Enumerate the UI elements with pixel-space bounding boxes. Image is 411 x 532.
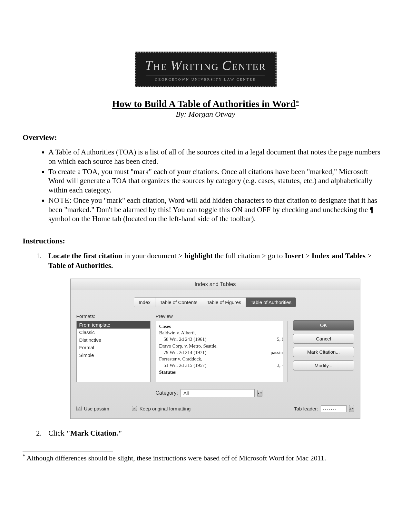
- step-1: Locate the first citation in your docume…: [44, 251, 382, 419]
- category-value: All: [183, 390, 189, 397]
- logo-container: THE WRITING CENTER GEORGETOWN UNIVERSITY…: [23, 52, 388, 87]
- preview-box: Cases Baldwin v. Alberti, 58 Wn. 2d 243 …: [156, 321, 288, 382]
- document-title: How to Build A Table of Authorities in W…: [112, 98, 296, 109]
- step-text: the full citation > go to: [213, 252, 285, 260]
- step-text: "Mark Citation.": [66, 429, 122, 437]
- cancel-button[interactable]: Cancel: [293, 334, 354, 344]
- step-text: highlight: [184, 252, 213, 260]
- tab-table-of-figures[interactable]: Table of Figures: [202, 297, 246, 308]
- formats-option[interactable]: Classic: [77, 329, 150, 336]
- tab-index[interactable]: Index: [134, 297, 155, 308]
- tab-leader-stepper[interactable]: ▲▼: [349, 405, 354, 412]
- formats-option[interactable]: From template: [77, 321, 150, 329]
- writing-center-logo: THE WRITING CENTER GEORGETOWN UNIVERSITY…: [135, 52, 277, 87]
- preview-column: Preview Cases Baldwin v. Alberti, 58 Wn.…: [156, 313, 288, 382]
- footnote-marker: *: [23, 453, 25, 459]
- footnote-text: Although differences should be slight, t…: [25, 454, 326, 462]
- list-item: To create a TOA, you must "mark" each of…: [48, 167, 382, 195]
- title-block: How to Build A Table of Authorities in W…: [23, 98, 388, 119]
- note-lead: NOTE: [48, 196, 69, 204]
- category-select[interactable]: All: [181, 389, 255, 398]
- footnote-rule: [23, 451, 113, 451]
- modify-button[interactable]: Modify...: [293, 360, 354, 371]
- use-passim-checkbox[interactable]: ✓: [76, 406, 82, 411]
- instructions-heading: Instructions:: [23, 237, 388, 245]
- preview-group: Statutes: [159, 369, 284, 375]
- title-footnote-marker: *: [296, 99, 299, 106]
- formats-listbox[interactable]: From template Classic Distinctive Formal…: [76, 321, 151, 382]
- keep-formatting-checkbox[interactable]: ✓: [132, 406, 137, 411]
- preview-label: Preview: [156, 313, 288, 320]
- category-row: Category: All ▲▼: [156, 389, 354, 398]
- ok-button[interactable]: OK: [293, 320, 354, 330]
- dialog-lower: Category: All ▲▼: [71, 387, 360, 400]
- step-text: Insert: [285, 252, 304, 260]
- preview-group: Cases: [159, 323, 284, 330]
- logo-main-text: THE WRITING CENTER: [145, 58, 266, 73]
- mark-citation-button[interactable]: Mark Citation...: [293, 347, 354, 357]
- step-text: >: [304, 252, 311, 260]
- dialog-body: Formats: From template Classic Distincti…: [71, 310, 360, 387]
- tab-table-of-contents[interactable]: Table of Contents: [155, 297, 202, 308]
- overview-heading: Overview:: [23, 133, 388, 142]
- step-text: Click: [48, 429, 66, 437]
- formats-option[interactable]: Formal: [77, 344, 150, 351]
- tab-leader-label: Tab leader:: [294, 406, 318, 412]
- byline: By: Morgan Otway: [23, 110, 388, 119]
- step-text: Locate the first citation: [48, 252, 122, 260]
- formats-option[interactable]: Simple: [77, 351, 150, 359]
- category-stepper[interactable]: ▲▼: [257, 390, 262, 397]
- list-item: NOTE: Once you "mark" each citation, Wor…: [48, 196, 382, 224]
- tab-leader-group: Tab leader: ....... ▲▼: [294, 405, 354, 412]
- preview-case: Dravo Corp. v. Metro. Seattle,: [159, 343, 284, 349]
- preview-citation: 51 Wn. 2d 315 (1957)3, 4: [159, 362, 284, 369]
- keep-formatting-label: Keep original formatting: [140, 406, 191, 412]
- use-passim-label: Use passim: [84, 406, 109, 412]
- note-body: : Once you "mark" each citation, Word wi…: [48, 196, 377, 223]
- step-text: >: [366, 252, 372, 260]
- step-2: Click "Mark Citation.": [44, 429, 382, 438]
- list-item: A Table of Authorities (TOA) is a list o…: [48, 148, 382, 166]
- options-row: ✓ Use passim ✓ Keep original formatting …: [71, 400, 360, 419]
- step-text: in your document >: [122, 252, 184, 260]
- step-text: Index and Tables: [311, 252, 365, 260]
- dialog-tabs: Index Table of Contents Table of Figures…: [71, 290, 360, 311]
- use-passim-group: ✓ Use passim: [76, 406, 109, 412]
- overview-list: A Table of Authorities (TOA) is a list o…: [48, 148, 382, 224]
- preview-case: Forrester v. Craddock,: [159, 356, 284, 362]
- instructions-list: Locate the first citation in your docume…: [44, 251, 382, 438]
- formats-column: Formats: From template Classic Distincti…: [76, 313, 151, 382]
- scrollbar[interactable]: [283, 321, 288, 382]
- formats-option[interactable]: Distinctive: [77, 336, 150, 344]
- preview-citation: 79 Wn. 2d 214 (1971)passim: [159, 349, 284, 356]
- step-text: Table of Authorities.: [48, 261, 113, 270]
- buttons-column: OK Cancel Mark Citation... Modify...: [293, 313, 354, 382]
- formats-label: Formats:: [76, 313, 151, 320]
- tab-table-of-authorities[interactable]: Table of Authorities: [246, 297, 296, 308]
- preview-case: Baldwin v. Alberti,: [159, 330, 284, 336]
- category-label: Category:: [156, 390, 178, 397]
- tab-leader-select[interactable]: .......: [321, 405, 347, 412]
- dialog-title: Index and Tables: [71, 279, 360, 290]
- keep-formatting-group: ✓ Keep original formatting: [132, 406, 191, 412]
- logo-subtitle: GEORGETOWN UNIVERSITY LAW CENTER: [146, 75, 265, 81]
- preview-citation: 58 Wn. 2d 243 (1961)5, 6: [159, 336, 284, 342]
- index-and-tables-dialog: Index and Tables Index Table of Contents…: [70, 279, 360, 419]
- footnote: * Although differences should be slight,…: [23, 453, 388, 462]
